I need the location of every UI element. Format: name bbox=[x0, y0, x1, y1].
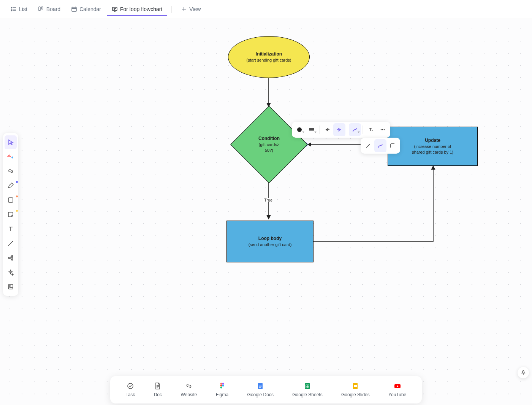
tool-text[interactable] bbox=[5, 222, 17, 236]
svg-line-29 bbox=[366, 144, 370, 148]
plus-icon bbox=[181, 6, 187, 12]
board-icon bbox=[38, 6, 44, 12]
pin-dock-button[interactable] bbox=[518, 367, 529, 378]
connector-path-type-toolbar bbox=[361, 138, 400, 154]
tab-calendar[interactable]: Calendar bbox=[66, 3, 106, 16]
sticky-note-icon bbox=[7, 211, 14, 218]
tool-shapes-library[interactable] bbox=[5, 150, 17, 164]
connector-path-style[interactable] bbox=[349, 123, 361, 136]
connector-icon bbox=[7, 240, 14, 247]
whiteboard-canvas[interactable]: Initialization (start sending gift cards… bbox=[0, 19, 532, 405]
node-subtitle: shared gift cards by 1) bbox=[412, 149, 453, 155]
node-subtitle: 50?) bbox=[265, 148, 273, 153]
straight-line-icon bbox=[365, 143, 371, 149]
node-title: Condition bbox=[258, 135, 280, 142]
svg-point-26 bbox=[381, 129, 382, 130]
node-subtitle: (start sending gift cards) bbox=[247, 57, 291, 63]
svg-point-5 bbox=[11, 10, 12, 11]
tab-label: For loop flowchart bbox=[120, 6, 162, 12]
node-loop-body[interactable]: Loop body (send another gift card) bbox=[226, 221, 314, 262]
tab-board[interactable]: Board bbox=[33, 3, 65, 16]
svg-point-4 bbox=[11, 9, 12, 10]
node-initialization[interactable]: Initialization (start sending gift cards… bbox=[228, 36, 310, 78]
dock-gslides[interactable]: Google Slides bbox=[341, 382, 370, 397]
tool-ai[interactable] bbox=[5, 265, 17, 279]
dock-website[interactable]: Website bbox=[180, 382, 197, 397]
dock-label: Google Docs bbox=[247, 392, 274, 397]
tool-link[interactable] bbox=[5, 164, 17, 178]
dock-figma[interactable]: Figma bbox=[216, 382, 228, 397]
connector-more[interactable] bbox=[377, 123, 389, 136]
node-title: Update bbox=[425, 137, 440, 144]
svg-point-39 bbox=[222, 383, 224, 385]
color-badge bbox=[16, 181, 18, 183]
tab-label: List bbox=[19, 6, 27, 12]
arrow-start[interactable] bbox=[321, 123, 333, 136]
insert-dock: Task Doc Website Figma Google Docs Googl… bbox=[110, 376, 422, 403]
tab-label: Calendar bbox=[79, 6, 101, 12]
dock-youtube[interactable]: YouTube bbox=[388, 382, 406, 397]
text-icon bbox=[7, 226, 14, 232]
dock-doc[interactable]: Doc bbox=[154, 382, 162, 397]
svg-rect-8 bbox=[72, 7, 76, 11]
arrow-end[interactable] bbox=[333, 123, 345, 136]
tool-pen[interactable] bbox=[5, 179, 17, 192]
google-slides-icon bbox=[352, 382, 359, 390]
svg-rect-30 bbox=[8, 198, 13, 202]
connector-toolbar: + bbox=[292, 122, 390, 138]
dock-label: Google Slides bbox=[341, 392, 370, 397]
svg-point-33 bbox=[12, 257, 13, 259]
whiteboard-icon bbox=[112, 6, 118, 12]
svg-rect-45 bbox=[259, 386, 262, 386]
path-elbow[interactable] bbox=[386, 139, 399, 152]
tool-select[interactable] bbox=[5, 135, 17, 149]
svg-point-19 bbox=[297, 127, 302, 132]
svg-rect-44 bbox=[259, 385, 262, 385]
svg-point-32 bbox=[12, 256, 13, 257]
dock-gdocs[interactable]: Google Docs bbox=[247, 382, 274, 397]
tool-mindmap[interactable] bbox=[5, 251, 17, 265]
image-icon bbox=[7, 283, 14, 290]
svg-rect-35 bbox=[8, 284, 13, 289]
dock-gsheets[interactable]: Google Sheets bbox=[292, 382, 322, 397]
dock-label: Doc bbox=[154, 392, 162, 397]
connector-color[interactable] bbox=[293, 123, 306, 136]
task-icon bbox=[127, 382, 134, 390]
tool-connector[interactable] bbox=[5, 237, 17, 250]
tool-shape[interactable] bbox=[5, 193, 17, 207]
mindmap-icon bbox=[7, 254, 14, 261]
node-subtitle: (gift cards> bbox=[259, 142, 280, 148]
color-badge bbox=[16, 210, 18, 212]
svg-point-28 bbox=[384, 129, 385, 130]
path-curved[interactable] bbox=[374, 139, 386, 152]
node-update[interactable]: Update (increase number of shared gift c… bbox=[388, 127, 478, 166]
node-condition[interactable]: Condition (gift cards> 50?) bbox=[242, 117, 296, 172]
svg-rect-6 bbox=[39, 7, 40, 11]
svg-point-41 bbox=[222, 385, 224, 387]
cursor-icon bbox=[7, 139, 14, 146]
tab-list[interactable]: List bbox=[6, 3, 32, 16]
connector-text[interactable]: + bbox=[364, 123, 377, 136]
path-straight[interactable] bbox=[362, 139, 374, 152]
dock-label: Figma bbox=[216, 392, 228, 397]
arrow-left-icon bbox=[324, 127, 330, 133]
diamond-label: Condition (gift cards> 50?) bbox=[242, 117, 296, 172]
filled-circle-icon bbox=[296, 127, 302, 133]
dock-task[interactable]: Task bbox=[126, 382, 135, 397]
doc-icon bbox=[154, 382, 162, 390]
tab-flowchart[interactable]: For loop flowchart bbox=[107, 3, 167, 16]
svg-point-40 bbox=[220, 385, 222, 387]
color-badge bbox=[16, 195, 18, 197]
tool-image[interactable] bbox=[5, 280, 17, 294]
text-icon: + bbox=[367, 127, 374, 133]
more-icon bbox=[380, 127, 386, 133]
svg-rect-52 bbox=[354, 385, 357, 387]
link-icon bbox=[185, 382, 193, 390]
connector-line-style[interactable] bbox=[306, 123, 318, 136]
tool-sticky[interactable] bbox=[5, 208, 17, 221]
youtube-icon bbox=[394, 382, 401, 390]
curved-path-icon bbox=[377, 143, 383, 149]
tab-add-view[interactable]: View bbox=[176, 3, 205, 16]
tab-label: View bbox=[189, 6, 201, 12]
node-subtitle: (increase number of bbox=[414, 144, 451, 149]
